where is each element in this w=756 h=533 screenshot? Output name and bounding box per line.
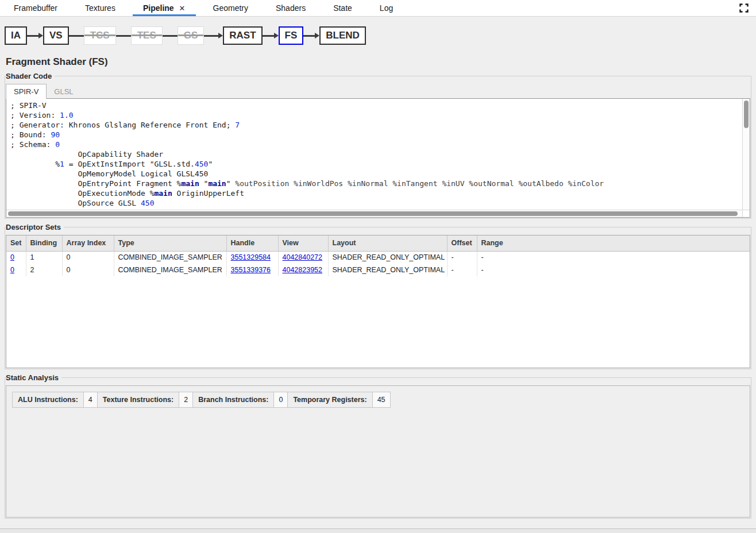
pipeline-connector [204, 33, 223, 38]
connector-line [163, 35, 178, 37]
tab-label: Shaders [276, 3, 306, 13]
stage-vs[interactable]: VS [43, 26, 69, 45]
cell-layout: SHADER_READ_ONLY_OPTIMAL [328, 251, 447, 264]
cell-type: COMBINED_IMAGE_SAMPLER [114, 251, 226, 264]
tab-label: Pipeline [143, 3, 174, 13]
cell-offset: - [447, 264, 477, 276]
view-link[interactable]: 4042823952 [283, 266, 323, 274]
descriptor-set-link[interactable]: 0 [10, 266, 14, 274]
cell-handle: 3551339376 [226, 264, 278, 276]
descriptor-table-head-row: SetBindingArray IndexTypeHandleViewLayou… [6, 235, 750, 251]
code-content[interactable]: ; SPIR-V; Version: 1.0; Generator: Khron… [6, 99, 742, 210]
tab-log[interactable]: Log [366, 0, 407, 16]
stat-value: 0 [274, 392, 288, 408]
column-header-handle: Handle [226, 235, 278, 251]
stat-label: ALU Instructions: [13, 392, 84, 408]
stage-ia[interactable]: IA [5, 26, 27, 45]
stage-rast[interactable]: RAST [223, 26, 262, 45]
descriptor-set-link[interactable]: 0 [10, 253, 14, 261]
code-tab-spir-v[interactable]: SPIR-V [6, 84, 47, 99]
fullscreen-icon[interactable] [739, 3, 749, 13]
stage-blend[interactable]: BLEND [319, 26, 366, 45]
code-line: ; Version: 1.0 [10, 110, 742, 120]
pipeline-connector [303, 33, 319, 38]
stat-label: Temporary Registers: [288, 392, 372, 408]
column-header-type: Type [114, 235, 226, 251]
column-header-set: Set [6, 235, 26, 251]
connector-line [263, 35, 275, 37]
static-analysis-section: Static Analysis ALU Instructions:4Textur… [5, 373, 751, 519]
cell-layout: SHADER_READ_ONLY_OPTIMAL [328, 264, 447, 276]
tab-label: Framebuffer [14, 3, 57, 13]
cell-set: 0 [6, 251, 26, 264]
connector-line [116, 35, 131, 37]
static-analysis-legend: Static Analysis [6, 373, 61, 382]
connector-line [27, 35, 39, 37]
shader-code-tabs: SPIR-VGLSL [6, 84, 750, 99]
connector-arrowhead-icon [38, 33, 43, 38]
tab-pipeline[interactable]: Pipeline✕ [129, 0, 199, 16]
handle-link[interactable]: 3551329584 [231, 253, 271, 261]
tab-label: Log [380, 3, 393, 13]
cell-array_index: 0 [62, 251, 114, 264]
code-line: OpEntryPoint Fragment %main "main" %outP… [10, 179, 742, 188]
pipeline-connector [263, 33, 279, 38]
connector-line [69, 35, 84, 37]
static-analysis-stats-row: ALU Instructions:4Texture Instructions:2… [13, 392, 391, 408]
cell-view: 4042823952 [278, 264, 328, 276]
stage-fs[interactable]: FS [279, 26, 304, 45]
column-header-view: View [278, 235, 328, 251]
tab-geometry[interactable]: Geometry [199, 0, 262, 16]
code-line: ; Schema: 0 [10, 140, 742, 149]
connector-line [303, 35, 315, 37]
cell-handle: 3551329584 [226, 251, 278, 264]
shader-code-editor: ; SPIR-V; Version: 1.0; Generator: Khron… [6, 98, 750, 218]
stat-value: 4 [83, 392, 97, 408]
cell-range: - [477, 264, 750, 276]
code-line: ; Bound: 90 [10, 130, 742, 140]
code-line: OpSource GLSL 450 [10, 198, 742, 208]
tab-bar-tabs: FramebufferTexturesPipeline✕GeometryShad… [0, 0, 407, 16]
table-row[interactable]: 010COMBINED_IMAGE_SAMPLER355132958440428… [6, 251, 750, 264]
static-analysis-box: ALU Instructions:4Texture Instructions:2… [6, 385, 750, 517]
vertical-scrollbar-thumb[interactable] [744, 101, 749, 128]
stage-tes[interactable]: TES [131, 26, 163, 45]
window-bottom-edge [0, 528, 756, 533]
tab-shaders[interactable]: Shaders [262, 0, 319, 16]
stage-tcs[interactable]: TCS [84, 26, 116, 45]
pipeline-connector [69, 35, 84, 37]
connector-arrowhead-icon [218, 33, 223, 38]
pipeline-connector [116, 35, 131, 37]
scrollbar-corner [742, 210, 750, 217]
cell-binding: 2 [26, 264, 62, 276]
pipeline-connector [163, 35, 178, 37]
descriptor-sets-legend: Descriptor Sets [6, 223, 64, 231]
close-tab-icon[interactable]: ✕ [179, 4, 186, 13]
column-header-array-index: Array Index [62, 235, 114, 251]
code-tab-glsl[interactable]: GLSL [47, 84, 80, 99]
horizontal-scrollbar-thumb[interactable] [8, 211, 738, 216]
window-tab-bar: FramebufferTexturesPipeline✕GeometryShad… [0, 0, 756, 17]
stage-gs[interactable]: GS [178, 26, 205, 45]
tab-state[interactable]: State [319, 0, 366, 16]
vertical-scrollbar[interactable] [742, 99, 750, 210]
tab-textures[interactable]: Textures [71, 0, 129, 16]
page-title: Fragment Shader (FS) [6, 56, 756, 68]
tab-framebuffer[interactable]: Framebuffer [0, 0, 71, 16]
table-row[interactable]: 020COMBINED_IMAGE_SAMPLER355133937640428… [6, 264, 750, 276]
descriptor-sets-section: Descriptor Sets SetBindingArray IndexTyp… [5, 223, 751, 369]
cell-offset: - [447, 251, 477, 264]
handle-link[interactable]: 3551339376 [231, 266, 271, 274]
descriptor-sets-table: SetBindingArray IndexTypeHandleViewLayou… [6, 235, 750, 276]
code-line: ; Generator: Khronos Glslang Reference F… [10, 120, 742, 130]
tab-label: State [333, 3, 352, 13]
horizontal-scrollbar[interactable] [6, 210, 742, 217]
view-link[interactable]: 4042840272 [283, 253, 323, 261]
cell-set: 0 [6, 264, 26, 276]
cell-range: - [477, 251, 750, 264]
stat-value: 45 [372, 392, 390, 408]
descriptor-sets-table-box: SetBindingArray IndexTypeHandleViewLayou… [6, 235, 750, 368]
code-line: ; SPIR-V [10, 101, 742, 110]
code-line: OpExecutionMode %main OriginUpperLeft [10, 188, 742, 198]
column-header-layout: Layout [328, 235, 447, 251]
